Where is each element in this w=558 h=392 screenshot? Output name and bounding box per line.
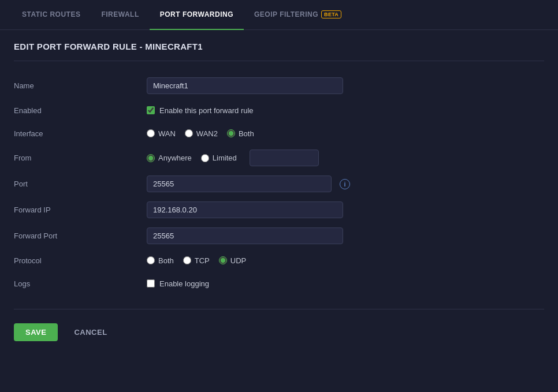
protocol-tcp-radio[interactable]	[183, 256, 191, 264]
top-nav: STATIC ROUTES FIREWALL PORT FORWARDING G…	[0, 0, 558, 30]
interface-both-radio[interactable]	[227, 129, 235, 137]
interface-label: Interface	[14, 129, 147, 138]
port-control: i	[147, 176, 350, 192]
protocol-both-radio[interactable]	[147, 256, 155, 264]
port-row: Port i	[14, 171, 544, 197]
beta-badge: BETA	[321, 10, 341, 18]
protocol-udp-text: UDP	[230, 256, 246, 265]
save-button[interactable]: SAVE	[14, 323, 58, 341]
enabled-label: Enabled	[14, 106, 147, 115]
form-divider	[14, 309, 544, 309]
interface-wan2-radio[interactable]	[185, 129, 193, 137]
port-info-icon[interactable]: i	[340, 179, 350, 189]
protocol-label: Protocol	[14, 256, 147, 265]
from-limited-input[interactable]	[250, 150, 319, 166]
enabled-checkbox-label[interactable]: Enable this port forward rule	[147, 106, 254, 115]
forward-port-row: Forward Port	[14, 223, 544, 249]
from-label: From	[14, 154, 147, 162]
tab-static-routes[interactable]: STATIC ROUTES	[12, 0, 91, 30]
protocol-both-label[interactable]: Both	[147, 256, 174, 265]
interface-wan2-label[interactable]: WAN2	[185, 129, 218, 138]
forward-port-control	[147, 227, 343, 244]
from-limited-radio[interactable]	[201, 154, 209, 162]
interface-control: WAN WAN2 Both	[147, 129, 254, 138]
tab-firewall[interactable]: FIREWALL	[91, 0, 149, 30]
interface-both-text: Both	[239, 129, 254, 138]
from-radio-group: Anywhere Limited	[147, 150, 319, 166]
protocol-udp-label[interactable]: UDP	[219, 256, 246, 265]
port-input[interactable]	[147, 176, 332, 192]
interface-wan2-text: WAN2	[196, 129, 218, 138]
tab-port-forwarding[interactable]: PORT FORWARDING	[150, 0, 244, 30]
interface-radio-group: WAN WAN2 Both	[147, 129, 254, 138]
name-row: Name	[14, 73, 544, 99]
forward-ip-label: Forward IP	[14, 206, 147, 214]
protocol-tcp-text: TCP	[195, 256, 210, 265]
from-anywhere-text: Anywhere	[158, 154, 192, 162]
protocol-radio-group: Both TCP UDP	[147, 256, 246, 265]
logs-checkbox-text: Enable logging	[159, 279, 209, 288]
logs-row: Logs Enable logging	[14, 272, 544, 295]
cancel-button[interactable]: CANCEL	[65, 323, 116, 341]
interface-wan-label[interactable]: WAN	[147, 129, 176, 138]
logs-control: Enable logging	[147, 279, 209, 288]
forward-port-input[interactable]	[147, 227, 343, 244]
interface-wan-radio[interactable]	[147, 129, 155, 137]
tab-geoip-filtering[interactable]: GEOIP FILTERING BETA	[244, 0, 352, 30]
protocol-row: Protocol Both TCP UDP	[14, 249, 544, 272]
forward-ip-input[interactable]	[147, 201, 343, 218]
protocol-tcp-label[interactable]: TCP	[183, 256, 210, 265]
protocol-both-text: Both	[158, 256, 174, 265]
from-limited-label[interactable]: Limited	[201, 154, 237, 162]
interface-both-label[interactable]: Both	[227, 129, 254, 138]
from-row: From Anywhere Limited	[14, 145, 544, 171]
forward-port-label: Forward Port	[14, 232, 147, 240]
main-content: EDIT PORT FORWARD RULE - MINECRAFT1 Name…	[0, 30, 558, 353]
name-control	[147, 77, 343, 94]
enabled-row: Enabled Enable this port forward rule	[14, 99, 544, 122]
port-label: Port	[14, 180, 147, 188]
name-label: Name	[14, 81, 147, 90]
button-row: SAVE CANCEL	[14, 323, 544, 341]
enabled-checkbox[interactable]	[147, 106, 155, 114]
from-control: Anywhere Limited	[147, 150, 319, 166]
name-input[interactable]	[147, 77, 343, 94]
protocol-udp-radio[interactable]	[219, 256, 227, 264]
enabled-control: Enable this port forward rule	[147, 106, 254, 115]
from-anywhere-label[interactable]: Anywhere	[147, 154, 192, 162]
page-title: EDIT PORT FORWARD RULE - MINECRAFT1	[14, 42, 544, 61]
enabled-checkbox-text: Enable this port forward rule	[159, 106, 254, 115]
forward-ip-row: Forward IP	[14, 197, 544, 223]
protocol-control: Both TCP UDP	[147, 256, 246, 265]
interface-row: Interface WAN WAN2 Both	[14, 122, 544, 145]
logs-checkbox-label[interactable]: Enable logging	[147, 279, 209, 288]
logs-checkbox[interactable]	[147, 279, 155, 288]
logs-label: Logs	[14, 279, 147, 288]
from-limited-text: Limited	[213, 154, 237, 162]
interface-wan-text: WAN	[158, 129, 176, 138]
forward-ip-control	[147, 201, 343, 218]
from-anywhere-radio[interactable]	[147, 154, 155, 162]
